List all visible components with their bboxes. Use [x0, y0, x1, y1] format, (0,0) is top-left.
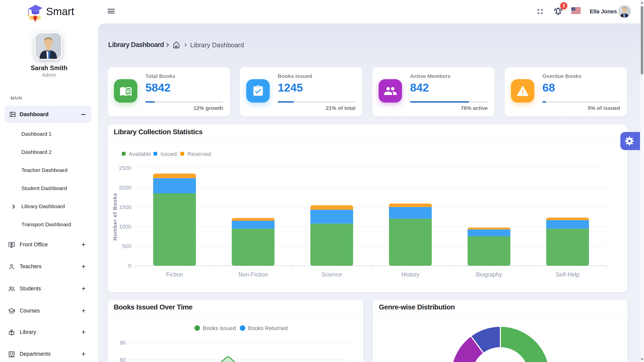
- svg-text:90: 90: [120, 340, 126, 346]
- svg-text:1500: 1500: [119, 204, 131, 210]
- svg-text:Books Returned: Books Returned: [248, 325, 288, 331]
- svg-text:1000: 1000: [119, 223, 131, 230]
- svg-text:Number of Books: Number of Books: [112, 193, 118, 241]
- svg-text:500: 500: [122, 243, 131, 249]
- svg-text:2000: 2000: [119, 185, 131, 191]
- svg-text:Non-Fiction: Non-Fiction: [238, 271, 268, 278]
- svg-text:Science: Science: [321, 271, 342, 278]
- svg-text:History: History: [401, 271, 419, 278]
- svg-text:80: 80: [120, 357, 126, 362]
- svg-text:Biography: Biography: [476, 271, 502, 278]
- svg-text:0: 0: [128, 263, 131, 269]
- svg-text:Fiction: Fiction: [166, 271, 183, 278]
- svg-text:Self-Help: Self-Help: [556, 271, 580, 278]
- svg-text:Books Issued: Books Issued: [203, 325, 236, 331]
- svg-text:2500: 2500: [119, 165, 131, 171]
